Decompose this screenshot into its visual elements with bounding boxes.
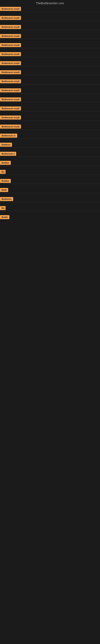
divider xyxy=(0,93,100,94)
divider xyxy=(0,111,100,112)
divider xyxy=(0,138,100,139)
list-item: Bottlen xyxy=(0,160,100,169)
list-item: Bottle xyxy=(0,214,100,223)
bottleneck-result-badge[interactable]: Bottleneck result xyxy=(0,106,21,110)
divider xyxy=(0,193,100,193)
bottleneck-result-badge[interactable]: Bottleneck result xyxy=(0,25,21,29)
divider xyxy=(0,30,100,30)
list-item: Bottleneck result xyxy=(0,69,100,78)
list-item: Bottleneck re xyxy=(0,132,100,142)
bottleneck-result-badge[interactable]: Bottleneck result xyxy=(0,79,21,83)
list-item: Bottleneck result xyxy=(0,51,100,60)
bottleneck-result-badge[interactable]: Bottlenec xyxy=(0,197,13,201)
list-item: Bottleneck result xyxy=(0,78,100,87)
divider xyxy=(0,120,100,120)
divider xyxy=(0,21,100,21)
divider xyxy=(0,39,100,39)
list-item: Bottleneck result xyxy=(0,24,100,33)
list-item: Bottleneck result xyxy=(0,96,100,105)
bottleneck-result-badge[interactable]: Bottleneck result xyxy=(0,116,21,120)
page-wrapper: TheBottlenecker.com Bottleneck resultBot… xyxy=(0,0,100,223)
list-item: Bo xyxy=(0,169,100,178)
divider xyxy=(0,184,100,184)
list-item: Bottleneck e xyxy=(0,150,100,160)
bottleneck-result-badge[interactable]: Bottleneck result xyxy=(0,16,21,20)
list-item: Bottleneck result xyxy=(0,15,100,24)
divider xyxy=(0,102,100,102)
list-item: Bottlenec xyxy=(0,196,100,205)
divider xyxy=(0,148,100,148)
divider xyxy=(0,57,100,57)
bottleneck-result-badge[interactable]: Bottleneck result xyxy=(0,7,21,11)
list-item: Bo xyxy=(0,205,100,214)
bottleneck-result-badge[interactable]: Bottleneck e xyxy=(0,152,16,156)
bottleneck-result-badge[interactable]: Bottl xyxy=(0,188,8,192)
list-item: Bottleneck result xyxy=(0,42,100,51)
list-item: Bottleneck result xyxy=(0,105,100,114)
bottleneck-result-badge[interactable]: Bottleneck result xyxy=(0,52,21,56)
bottleneck-result-badge[interactable]: Bo xyxy=(0,206,6,210)
bottleneck-result-badge[interactable]: Bottleneck result xyxy=(0,61,21,65)
list-item: Bottleneck result xyxy=(0,123,100,132)
bottleneck-result-badge[interactable]: Bottleneck result xyxy=(0,124,21,128)
bottleneck-result-badge[interactable]: Bottleneck result xyxy=(0,70,21,74)
bottleneck-result-badge[interactable]: Bottlene xyxy=(0,143,12,147)
list-item: Bottleneck result xyxy=(0,33,100,42)
list-item: Bottl xyxy=(0,187,100,196)
site-title: TheBottlenecker.com xyxy=(0,0,100,6)
bottleneck-result-badge[interactable]: Bottlen xyxy=(0,161,11,165)
bottleneck-result-badge[interactable]: Bottleneck result xyxy=(0,43,21,47)
bottleneck-result-badge[interactable]: Bottle xyxy=(0,215,9,219)
list-item: Bottleneck result xyxy=(0,87,100,96)
divider xyxy=(0,156,100,157)
bottleneck-result-badge[interactable]: Bottlen xyxy=(0,179,11,183)
bottleneck-result-badge[interactable]: Bottleneck result xyxy=(0,98,21,102)
list-item: Bottleneck result xyxy=(0,114,100,123)
divider xyxy=(0,175,100,175)
list-item: Bottlen xyxy=(0,178,100,187)
list-item: Bottleneck result xyxy=(0,60,100,69)
bottleneck-result-badge[interactable]: Bottleneck result xyxy=(0,88,21,92)
divider xyxy=(0,66,100,66)
bottleneck-result-badge[interactable]: Bottleneck result xyxy=(0,34,21,38)
list-item: Bottleneck result xyxy=(0,6,100,15)
divider xyxy=(0,202,100,202)
bottleneck-result-badge[interactable]: Bottleneck re xyxy=(0,134,17,138)
items-container: Bottleneck resultBottleneck resultBottle… xyxy=(0,6,100,223)
divider xyxy=(0,75,100,75)
bottleneck-result-badge[interactable]: Bo xyxy=(0,170,6,174)
divider xyxy=(0,84,100,84)
list-item: Bottlene xyxy=(0,142,100,150)
